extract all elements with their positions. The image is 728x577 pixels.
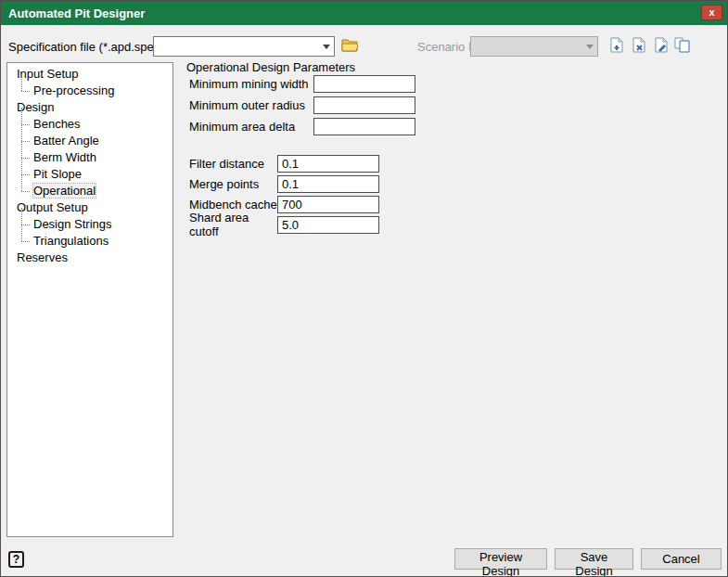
merge-points-field[interactable] bbox=[277, 175, 379, 193]
tree-item-reserves[interactable]: Reserves bbox=[7, 250, 172, 266]
shard-area-cutoff-field[interactable] bbox=[277, 216, 379, 234]
minimum-outer-radius-field[interactable] bbox=[313, 96, 415, 114]
filter-distance-field[interactable] bbox=[277, 155, 379, 173]
tree-item-operational[interactable]: Operational bbox=[7, 183, 172, 199]
specification-file-input[interactable] bbox=[154, 37, 318, 56]
title-bar[interactable]: Automated Pit Designer bbox=[1, 1, 727, 25]
specification-file-label: Specification file (*.apd.spec) bbox=[8, 40, 164, 54]
scenario-id-input bbox=[471, 37, 581, 56]
delete-scenario-button[interactable] bbox=[628, 37, 650, 56]
minimum-area-delta-label: Minimum area delta bbox=[189, 120, 313, 134]
save-design-button[interactable]: Save Design bbox=[555, 548, 633, 570]
param-row: Merge points bbox=[189, 173, 379, 194]
merge-points-label: Merge points bbox=[189, 177, 277, 191]
copy-scenario-icon bbox=[674, 37, 690, 56]
param-row: Minimum outer radius bbox=[189, 95, 415, 116]
minimum-outer-radius-label: Minimum outer radius bbox=[189, 98, 313, 112]
new-scenario-button[interactable] bbox=[606, 37, 628, 56]
param-row: Minimum area delta bbox=[189, 116, 415, 137]
minimum-mining-width-field[interactable] bbox=[313, 75, 415, 93]
tree-item-benches[interactable]: Benches bbox=[7, 116, 172, 133]
minimum-parameters-group: Minimum mining width Minimum outer radiu… bbox=[189, 73, 415, 137]
param-row: Shard area cutoff bbox=[189, 214, 379, 235]
param-row: Filter distance bbox=[189, 153, 379, 173]
scenario-id-combobox bbox=[470, 36, 598, 57]
tree-item-pre-processing[interactable]: Pre-processing bbox=[7, 83, 172, 99]
close-icon: x bbox=[709, 7, 714, 18]
navigation-tree: Input Setup Pre-processing Design Benche… bbox=[6, 62, 173, 537]
tree-item-batter-angle[interactable]: Batter Angle bbox=[7, 133, 172, 149]
folder-open-icon bbox=[341, 38, 359, 55]
tree-item-triangulations[interactable]: Triangulations bbox=[7, 233, 172, 250]
midbench-cache-field[interactable] bbox=[277, 196, 379, 213]
tree-item-design[interactable]: Design bbox=[7, 99, 172, 116]
tree-item-pit-slope[interactable]: Pit Slope bbox=[7, 166, 172, 183]
chevron-down-icon[interactable] bbox=[318, 37, 334, 56]
minimum-area-delta-field[interactable] bbox=[313, 118, 415, 135]
minimum-mining-width-label: Minimum mining width bbox=[189, 77, 313, 91]
tree-item-berm-width[interactable]: Berm Width bbox=[7, 149, 172, 166]
preview-design-button[interactable]: Preview Design bbox=[454, 548, 547, 570]
panel-title: Operational Design Parameters bbox=[186, 60, 355, 74]
new-scenario-icon bbox=[609, 37, 624, 56]
window-title: Automated Pit Designer bbox=[8, 6, 145, 20]
delete-scenario-icon bbox=[632, 37, 646, 56]
help-icon: ? bbox=[13, 553, 19, 566]
close-button[interactable]: x bbox=[701, 5, 722, 20]
edit-scenario-icon bbox=[654, 37, 669, 56]
midbench-cache-label: Midbench cache bbox=[189, 198, 277, 212]
help-button[interactable]: ? bbox=[8, 551, 24, 568]
param-row: Minimum mining width bbox=[189, 73, 415, 95]
browse-spec-file-button[interactable] bbox=[338, 37, 361, 56]
chevron-down-icon bbox=[581, 37, 597, 56]
edit-scenario-button[interactable] bbox=[650, 37, 672, 56]
tree-item-design-strings[interactable]: Design Strings bbox=[7, 216, 172, 233]
filter-parameters-group: Filter distance Merge points Midbench ca… bbox=[189, 153, 379, 235]
copy-scenario-button[interactable] bbox=[671, 37, 693, 56]
specification-file-combobox[interactable] bbox=[153, 36, 335, 57]
tree-item-input-setup[interactable]: Input Setup bbox=[7, 66, 172, 83]
filter-distance-label: Filter distance bbox=[189, 157, 277, 171]
tree-item-output-setup[interactable]: Output Setup bbox=[7, 199, 172, 216]
automated-pit-designer-window: Automated Pit Designer x Specification f… bbox=[0, 0, 728, 577]
shard-area-cutoff-label: Shard area cutoff bbox=[189, 211, 277, 238]
cancel-button[interactable]: Cancel bbox=[641, 548, 722, 570]
